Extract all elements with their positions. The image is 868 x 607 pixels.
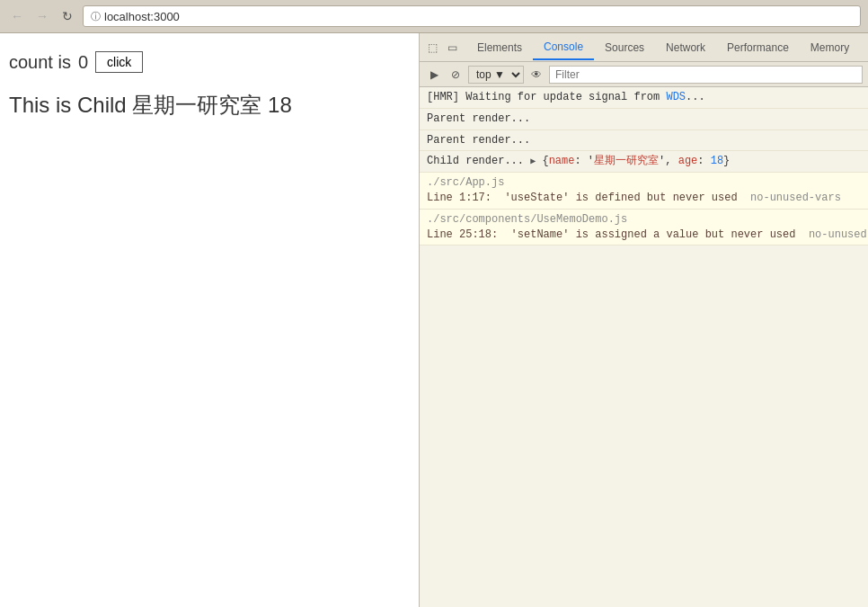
parent-render-text-2: Parent render... xyxy=(427,133,530,148)
tab-network[interactable]: Network xyxy=(655,36,716,59)
click-button[interactable]: click xyxy=(95,51,143,73)
devtools-icons: ⬚ ▭ xyxy=(423,39,461,57)
block-icon[interactable]: ⊘ xyxy=(447,66,465,84)
address-bar: ⓘ localhost:3000 xyxy=(83,5,861,27)
console-message-hmr: [HMR] Waiting for update signal from WDS… xyxy=(420,87,868,109)
console-message-parent-2: Parent render... xyxy=(420,130,868,152)
lock-icon: ⓘ xyxy=(91,10,101,23)
main-area: count is 0 click This is Child 星期一研究室 18… xyxy=(0,33,868,607)
devtools-panel: ⬚ ▭ Elements Console Sources Network Per… xyxy=(419,33,868,607)
url-text: localhost:3000 xyxy=(104,10,180,23)
browser-toolbar: ← → ↻ ⓘ localhost:3000 xyxy=(0,0,868,32)
warning-2-file: ./src/components/UseMemoDemo.js xyxy=(427,212,868,228)
inspect-element-button[interactable]: ⬚ xyxy=(423,39,441,57)
console-secondary-bar: ▶ ⊘ top ▼ 👁 xyxy=(420,62,868,87)
warning-1-detail: Line 1:17: 'useState' is defined but nev… xyxy=(427,191,841,206)
tab-performance[interactable]: Performance xyxy=(716,36,800,59)
tab-console[interactable]: Console xyxy=(533,35,594,60)
context-selector[interactable]: top ▼ xyxy=(468,66,524,84)
browser-chrome: ← → ↻ ⓘ localhost:3000 xyxy=(0,0,868,33)
tab-elements[interactable]: Elements xyxy=(466,36,533,59)
warning-2-content: ./src/components/UseMemoDemo.js Line 25:… xyxy=(427,212,868,243)
count-value: 0 xyxy=(78,52,88,73)
console-messages: [HMR] Waiting for update signal from WDS… xyxy=(420,87,868,607)
console-message-warning-1: ./src/App.js Line 1:17: 'useState' is de… xyxy=(420,173,868,210)
console-message-parent-1: Parent render... xyxy=(420,109,868,130)
hmr-text: [HMR] Waiting for update signal from WDS… xyxy=(427,90,705,105)
devtools-tabs: ⬚ ▭ Elements Console Sources Network Per… xyxy=(420,33,868,62)
eye-icon[interactable]: 👁 xyxy=(527,66,545,84)
tab-memory[interactable]: Memory xyxy=(800,36,860,59)
refresh-button[interactable]: ↻ xyxy=(58,6,77,26)
warning-2-detail: Line 25:18: 'setName' is assigned a valu… xyxy=(427,228,868,243)
console-filter-input[interactable] xyxy=(549,66,863,84)
device-toggle-button[interactable]: ▭ xyxy=(443,39,461,57)
warning-1-content: ./src/App.js Line 1:17: 'useState' is de… xyxy=(427,175,841,206)
tab-sources[interactable]: Sources xyxy=(594,36,655,59)
page-content: count is 0 click This is Child 星期一研究室 18 xyxy=(0,33,419,607)
warning-1-file: ./src/App.js xyxy=(427,175,841,191)
console-message-warning-2: ./src/components/UseMemoDemo.js Line 25:… xyxy=(420,210,868,246)
child-line: This is Child 星期一研究室 18 xyxy=(9,91,410,120)
console-message-child: Child render... ▶ {name: '星期一研究室', age: … xyxy=(420,151,868,173)
child-render-text: Child render... ▶ {name: '星期一研究室', age: … xyxy=(427,154,730,169)
count-line: count is 0 click xyxy=(9,51,410,73)
clear-console-button[interactable]: ▶ xyxy=(425,66,443,84)
forward-button[interactable]: → xyxy=(32,6,52,26)
parent-render-text-1: Parent render... xyxy=(427,112,530,127)
count-label: count is xyxy=(9,52,71,73)
back-button[interactable]: ← xyxy=(7,6,27,26)
